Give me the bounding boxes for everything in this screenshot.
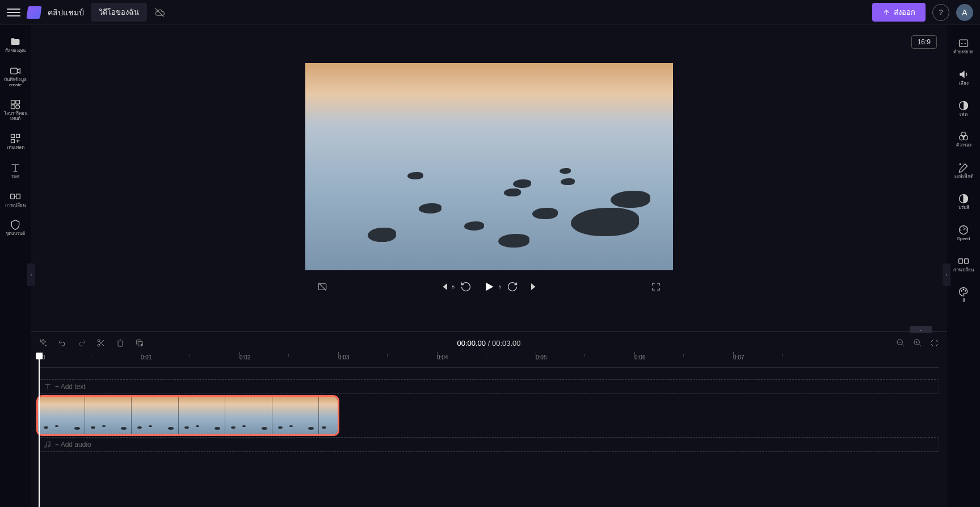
- sidebar-item-record[interactable]: บันทึกข้อมูล create: [0, 61, 31, 93]
- fullscreen-button[interactable]: [651, 282, 661, 292]
- transition-icon: [10, 191, 21, 202]
- redo-button[interactable]: [77, 338, 86, 347]
- svg-rect-10: [16, 194, 20, 198]
- video-preview-canvas[interactable]: [305, 63, 673, 270]
- fit-timeline-button[interactable]: [930, 338, 939, 347]
- cloud-sync-off-icon[interactable]: [154, 7, 165, 18]
- help-icon[interactable]: ?: [932, 4, 949, 21]
- left-sidebar: สื่อของคุณ บันทึกข้อมูล create ไลบรารีคอ…: [0, 25, 31, 507]
- panel-item-filters[interactable]: ตัวกรอง: [947, 125, 980, 154]
- my-videos-tab[interactable]: วิดีโอของฉัน: [91, 3, 147, 22]
- panel-item-effects[interactable]: เอฟเฟ็กต์: [947, 156, 980, 185]
- ruler-tick: 0:01: [141, 354, 152, 361]
- top-bar: คลิปแชมป์ วิดีโอของฉัน ส่งออก ? A: [0, 0, 980, 25]
- sidebar-label: ไลบรารีคอนเทนต์: [0, 111, 31, 121]
- sidebar-label: บันทึกข้อมูล create: [4, 78, 27, 88]
- svg-point-16: [141, 344, 142, 346]
- audio-track-lane[interactable]: + Add audio: [39, 437, 939, 452]
- hamburger-menu-icon[interactable]: [7, 6, 20, 19]
- panel-label: เฟด: [960, 112, 968, 118]
- project-name[interactable]: คลิปแชมป์: [48, 6, 84, 19]
- panel-item-captions[interactable]: คำบรรยาย: [947, 32, 980, 61]
- rewind-5-button[interactable]: 5: [460, 281, 472, 292]
- sidebar-label: การเปลี่ยน: [5, 203, 26, 208]
- panel-item-audio[interactable]: เสียง: [947, 63, 980, 92]
- split-button[interactable]: [96, 338, 106, 347]
- svg-point-30: [965, 291, 966, 292]
- svg-rect-27: [965, 258, 969, 263]
- duplicate-button[interactable]: [135, 338, 144, 347]
- fade-icon: [958, 100, 969, 111]
- sidebar-item-library[interactable]: ไลบรารีคอนเทนต์: [0, 94, 31, 126]
- panel-label: เอฟเฟ็กต์: [954, 174, 973, 179]
- panel-item-color[interactable]: สี: [947, 280, 980, 309]
- panel-item-transition[interactable]: การเปลี่ยน: [947, 250, 980, 279]
- speedometer-icon: [958, 224, 969, 236]
- ruler-tick: 0:04: [437, 354, 448, 361]
- export-button[interactable]: ส่งออก: [872, 3, 926, 22]
- magic-tool-icon[interactable]: [39, 338, 48, 347]
- undo-button[interactable]: [58, 338, 67, 347]
- svg-rect-4: [11, 105, 15, 109]
- svg-rect-26: [959, 258, 963, 263]
- timeline-collapse-toggle[interactable]: ⌄: [910, 326, 932, 333]
- current-time: 00:00.00: [457, 339, 486, 347]
- effects-icon: [958, 162, 969, 173]
- svg-rect-8: [11, 140, 15, 143]
- sidebar-item-brand[interactable]: ชุดแบรนด์: [0, 215, 31, 241]
- ruler-tick: 0:07: [733, 354, 744, 361]
- panel-label: ปรับสี: [958, 206, 969, 211]
- svg-rect-3: [16, 100, 20, 104]
- timeline-ruler[interactable]: 0 0:01 0:02 0:03 0:04 0:05 0:06 0:07: [39, 354, 939, 368]
- sidebar-item-media[interactable]: สื่อของคุณ: [0, 32, 31, 58]
- user-avatar[interactable]: A: [956, 4, 973, 21]
- svg-rect-19: [960, 40, 968, 47]
- text-icon: [44, 383, 52, 391]
- right-sidebar-expand[interactable]: ‹: [943, 263, 950, 286]
- skip-forward-button[interactable]: [529, 282, 540, 292]
- sidebar-item-text[interactable]: Text: [0, 157, 31, 184]
- panel-item-fade[interactable]: เฟด: [947, 94, 980, 123]
- panel-item-speed[interactable]: Speed: [947, 219, 980, 248]
- aspect-ratio-button[interactable]: 16:9: [911, 35, 937, 49]
- timeline-section: ⌄ 00:00.00 / 00:03.00 0: [31, 331, 947, 507]
- text-track-lane[interactable]: + Add text: [39, 379, 939, 394]
- sidebar-item-transitions[interactable]: การเปลี่ยน: [0, 186, 31, 213]
- panel-label: การเปลี่ยน: [953, 268, 974, 273]
- library-icon: [10, 99, 21, 110]
- timeline-tracks[interactable]: + Add text: [31, 368, 947, 452]
- svg-rect-1: [11, 68, 18, 74]
- video-camera-icon: [10, 65, 21, 77]
- ruler-tick: 0:02: [239, 354, 250, 361]
- panel-label: สี: [962, 299, 965, 304]
- zoom-in-button[interactable]: [913, 338, 922, 347]
- svg-point-28: [961, 291, 962, 292]
- timeline-toolbar: 00:00.00 / 00:03.00: [31, 332, 947, 354]
- app-logo: [26, 6, 41, 19]
- delete-button[interactable]: [116, 338, 125, 347]
- timeline-playhead[interactable]: [39, 354, 40, 507]
- panel-item-adjust-color[interactable]: ปรับสี: [947, 187, 980, 216]
- picture-off-icon[interactable]: [317, 282, 327, 292]
- zoom-out-button[interactable]: [896, 338, 905, 347]
- sidebar-label: ชุดแบรนด์: [6, 232, 25, 237]
- playback-controls: 5 5: [305, 280, 673, 293]
- forward-5-button[interactable]: 5: [507, 281, 518, 292]
- svg-point-29: [963, 289, 964, 290]
- skip-back-button[interactable]: [439, 282, 449, 292]
- total-time: 00:03.00: [492, 339, 521, 347]
- play-button[interactable]: [483, 280, 495, 293]
- panel-label: เสียง: [959, 81, 969, 86]
- contrast-icon: [958, 193, 969, 204]
- text-icon: [10, 162, 21, 173]
- filter-icon: [958, 131, 969, 142]
- transition-icon: [958, 255, 969, 267]
- sidebar-item-templates[interactable]: เทมเพลต: [0, 128, 31, 155]
- video-clip[interactable]: [36, 395, 339, 436]
- panel-label: คำบรรยาย: [953, 50, 974, 55]
- captions-icon: [958, 37, 969, 49]
- preview-area: 16:9 5: [31, 25, 947, 331]
- sidebar-label: เทมเพลต: [7, 145, 24, 150]
- folder-icon: [10, 36, 21, 48]
- svg-rect-6: [11, 134, 15, 137]
